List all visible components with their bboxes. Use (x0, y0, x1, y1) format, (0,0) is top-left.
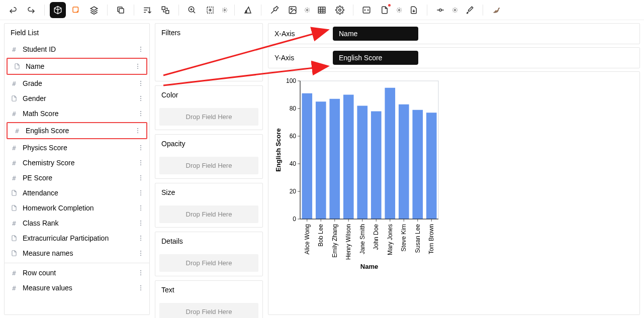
copy-button[interactable] (113, 2, 129, 18)
details-shelf[interactable]: Details Drop Field Here (155, 232, 263, 276)
more-icon[interactable] (133, 127, 142, 134)
code-button[interactable] (358, 2, 375, 18)
bar-chart: 020406080100Alice WongBob LeeEmily Zhang… (272, 76, 443, 272)
svg-rect-99 (399, 104, 409, 219)
svg-point-21 (137, 66, 138, 67)
field-item[interactable]: #Physics Score (5, 140, 149, 155)
svg-point-52 (140, 225, 141, 226)
drop-zone[interactable]: Drop Field Here (159, 303, 258, 318)
more-icon[interactable] (136, 220, 145, 227)
svg-point-44 (140, 190, 141, 191)
svg-rect-96 (385, 88, 395, 219)
transpose-button[interactable] (157, 2, 173, 18)
svg-point-55 (140, 240, 141, 241)
sort-button[interactable] (139, 2, 155, 18)
svg-point-33 (137, 130, 138, 131)
color-shelf[interactable]: Color Drop Field Here (155, 85, 263, 130)
svg-point-58 (140, 255, 141, 256)
drop-zone[interactable]: Drop Field Here (159, 254, 258, 272)
more-icon[interactable] (136, 269, 145, 276)
more-icon[interactable] (136, 144, 145, 151)
more-icon[interactable] (136, 189, 145, 196)
size-shelf[interactable]: Size Drop Field Here (155, 183, 263, 228)
field-item[interactable]: Name (7, 58, 147, 75)
field-item[interactable]: #Grade (5, 76, 149, 91)
field-item[interactable]: #Row count (5, 265, 149, 280)
field-item[interactable]: Attendance (5, 185, 149, 200)
y-axis-pill[interactable]: English Score (333, 51, 418, 65)
commit-settings-button[interactable] (450, 2, 459, 18)
svg-point-56 (140, 251, 141, 252)
hash-icon: # (10, 109, 19, 118)
settings-button[interactable] (332, 2, 348, 18)
bird-icon[interactable] (488, 2, 504, 18)
undo-button[interactable] (5, 2, 21, 18)
table-button[interactable] (314, 2, 330, 18)
resize-settings-button[interactable] (220, 2, 229, 18)
more-icon[interactable] (136, 204, 145, 211)
hash-icon: # (10, 268, 19, 277)
more-icon[interactable] (136, 110, 145, 117)
commit-button[interactable] (432, 2, 448, 18)
hash-icon: # (10, 45, 19, 54)
svg-point-16 (454, 9, 456, 11)
field-label: PE Score (23, 174, 136, 182)
more-icon[interactable] (136, 95, 145, 102)
wrench-button[interactable] (266, 2, 283, 18)
more-icon[interactable] (136, 284, 145, 291)
more-icon[interactable] (133, 63, 142, 70)
svg-point-29 (140, 111, 141, 112)
zoom-in-button[interactable] (184, 2, 200, 18)
divider (234, 5, 235, 16)
more-icon[interactable] (136, 235, 145, 242)
export-button[interactable] (377, 2, 393, 18)
image-button[interactable] (285, 2, 301, 18)
svg-point-9 (291, 8, 292, 10)
field-label: Student ID (23, 45, 136, 53)
svg-point-40 (140, 164, 141, 165)
field-item[interactable]: Homework Completion (5, 200, 149, 216)
image-settings-button[interactable] (303, 2, 312, 18)
geometry-button[interactable]: 2 (240, 2, 256, 18)
layers-button[interactable] (86, 2, 102, 18)
cube-button[interactable] (50, 2, 66, 18)
svg-rect-87 (343, 95, 354, 220)
more-icon[interactable] (136, 159, 145, 166)
more-icon[interactable] (136, 46, 145, 53)
resize-button[interactable] (202, 2, 218, 18)
more-icon[interactable] (136, 174, 145, 181)
note-button[interactable] (68, 2, 84, 18)
field-item[interactable]: #English Score (7, 122, 147, 139)
x-axis-pill[interactable]: Name (333, 27, 418, 41)
divider (427, 5, 427, 16)
filters-shelf[interactable]: Filters (155, 23, 263, 81)
field-item[interactable]: Extracurricular Participation (5, 231, 149, 246)
more-icon[interactable] (136, 250, 145, 257)
brush-button[interactable] (462, 2, 478, 18)
svg-point-32 (137, 128, 138, 129)
drop-zone[interactable]: Drop Field Here (159, 108, 258, 126)
field-item[interactable]: #Student ID (5, 42, 149, 57)
field-item[interactable]: #Math Score (5, 106, 149, 121)
field-label: Name (26, 62, 133, 70)
export-settings-button[interactable] (395, 2, 404, 18)
svg-point-31 (140, 115, 141, 116)
svg-point-46 (140, 194, 141, 195)
field-item[interactable]: #Measure values (5, 280, 149, 295)
download-button[interactable] (406, 2, 422, 18)
drop-zone[interactable]: Drop Field Here (159, 157, 258, 174)
y-axis-shelf[interactable]: Y-Axis English Score (268, 47, 640, 68)
more-icon[interactable] (136, 80, 145, 87)
opacity-shelf[interactable]: Opacity Drop Field Here (155, 134, 263, 179)
field-item[interactable]: Measure names (5, 246, 149, 261)
field-label: Class Rank (23, 219, 136, 227)
field-item[interactable]: #Class Rank (5, 216, 149, 231)
svg-point-62 (140, 285, 141, 286)
drop-zone[interactable]: Drop Field Here (159, 205, 258, 223)
redo-button[interactable] (23, 2, 39, 18)
field-item[interactable]: #Chemistry Score (5, 155, 149, 170)
field-item[interactable]: Gender (5, 91, 149, 106)
text-shelf[interactable]: Text Drop Field Here (155, 280, 263, 318)
field-item[interactable]: #PE Score (5, 170, 149, 185)
x-axis-shelf[interactable]: X-Axis Name (268, 23, 640, 44)
